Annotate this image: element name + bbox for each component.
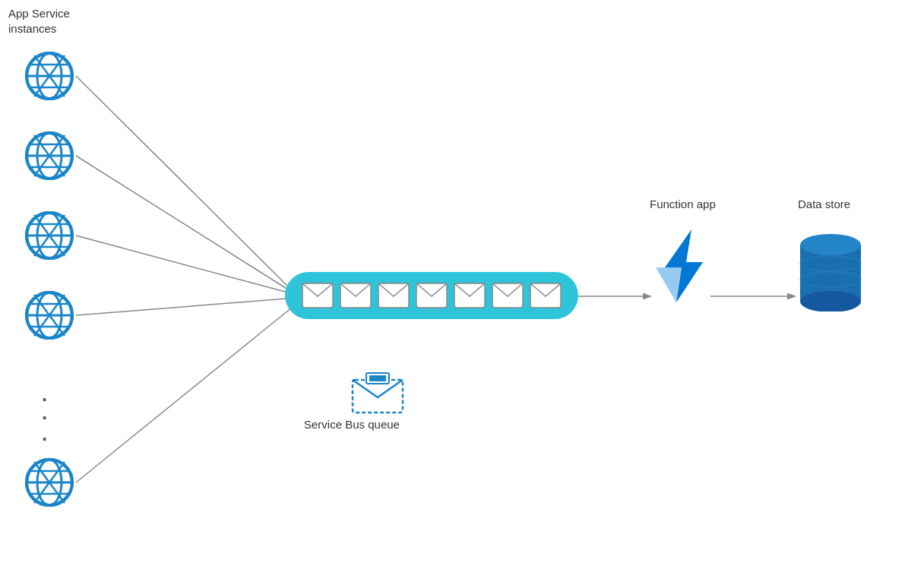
svg-point-61 xyxy=(800,291,861,311)
svg-line-2 xyxy=(76,236,296,295)
svg-rect-56 xyxy=(369,375,386,381)
dots-label-3: . xyxy=(42,422,47,446)
app-service-label: App Service instances xyxy=(8,6,70,36)
app-instance-5 xyxy=(23,456,76,512)
svg-line-3 xyxy=(76,298,296,315)
data-store-icon xyxy=(796,228,865,315)
svg-point-60 xyxy=(800,234,861,255)
dots-label-2: . xyxy=(42,401,47,425)
app-instance-1 xyxy=(23,49,76,106)
service-bus-queue-label: Service Bus queue xyxy=(304,416,400,434)
svg-line-0 xyxy=(76,76,296,295)
diagram-container: App Service instances xyxy=(0,0,924,566)
svg-line-1 xyxy=(76,156,296,295)
service-bus-icon xyxy=(351,372,404,417)
app-instance-3 xyxy=(23,209,76,265)
function-app-label: Function app xyxy=(650,196,716,213)
app-instance-2 xyxy=(23,129,76,185)
svg-line-4 xyxy=(76,304,296,482)
service-bus-queue-pill xyxy=(285,272,578,319)
app-instance-4 xyxy=(23,289,76,345)
function-app-icon xyxy=(650,228,718,307)
data-store-label: Data store xyxy=(798,196,850,213)
